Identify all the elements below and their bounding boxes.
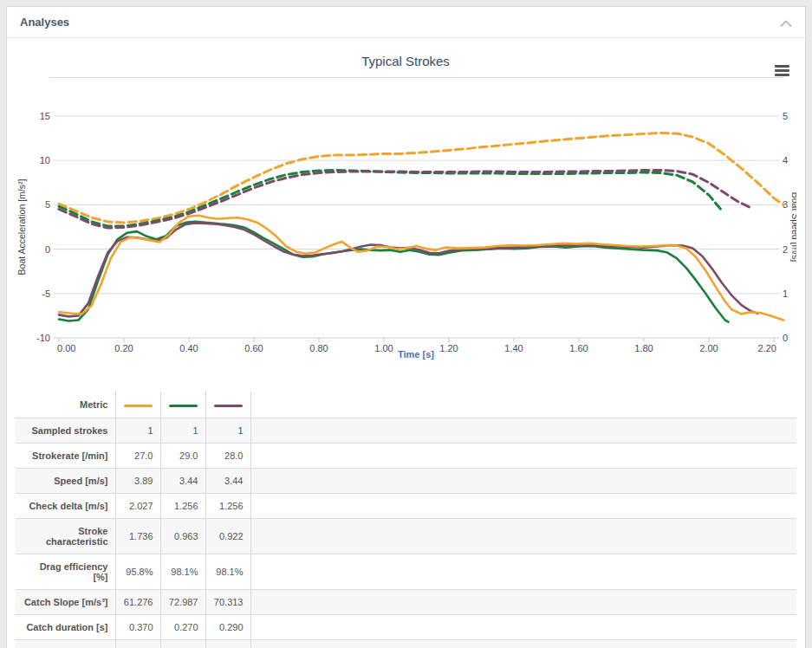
metric-value-cell: 98.1%: [160, 554, 205, 590]
x-axis-tick-label: 2.00: [699, 343, 718, 353]
metrics-table: Metric Sampled strokes111Strokerate [/mi…: [16, 392, 796, 648]
metric-value-cell: 1: [160, 418, 205, 444]
metric-value-cell: 0.270: [160, 615, 205, 640]
row-label: Stroke characteristic: [16, 519, 115, 554]
x-axis-title: Time [s]: [398, 349, 434, 360]
metric-value-cell: 3.89: [115, 469, 160, 494]
left-axis-tick-label: 15: [40, 111, 50, 121]
chart-gridlines: [54, 116, 779, 338]
x-axis-tick-label: 1.00: [374, 343, 393, 353]
metric-value-cell: 95.8%: [115, 554, 160, 590]
filler-cell: [250, 444, 796, 469]
table-row: Drag efficiency [%]95.8%98.1%98.1%: [16, 554, 796, 590]
metric-value-cell: 70.313: [205, 590, 250, 615]
table-row: CommentClick to addClick to addClick to …: [16, 640, 796, 648]
x-axis-tick-label: 0.40: [179, 343, 198, 353]
row-label: Catch duration [s]: [16, 615, 115, 640]
table-header-row: Metric: [16, 392, 796, 418]
table-row: Stroke characteristic1.7360.9630.922: [16, 519, 796, 554]
typical-strokes-chart: Typical Strokes 1551045302-51-1000.000.2…: [16, 42, 796, 391]
chart-axes: 1551045302-51-1000.000.200.400.600.801.0…: [36, 111, 788, 353]
left-axis-tick-label: -10: [36, 333, 50, 343]
right-axis-tick-label: 5: [783, 111, 788, 121]
comment-cell[interactable]: Click to add: [115, 640, 160, 648]
row-label: Drag efficiency [%]: [16, 554, 115, 590]
table-row: Catch duration [s]0.3700.2700.290: [16, 615, 796, 640]
filler-cell: [250, 392, 796, 418]
left-axis-tick-label: -5: [42, 288, 50, 299]
metric-value-cell: 0.370: [115, 615, 160, 640]
stroke-1-color-swatch: [124, 405, 153, 407]
filler-cell: [250, 640, 796, 648]
left-axis-title: Boat Acceleration [m/s²]: [16, 178, 27, 275]
row-label: Catch Slope [m/s³]: [16, 590, 115, 615]
stroke-3-swatch-cell: [205, 392, 250, 418]
series-stroke-2-boat-acceleration: [59, 222, 729, 322]
metric-value-cell: 27.0: [115, 444, 160, 469]
table-row: Speed [m/s]3.893.443.44: [16, 469, 796, 494]
metric-value-cell: 0.963: [160, 519, 205, 554]
metric-value-cell: 28.0: [205, 444, 250, 469]
metric-header-label: Metric: [16, 392, 115, 418]
row-label: Sampled strokes: [16, 418, 115, 444]
table-row: Catch Slope [m/s³]61.27672.98770.313: [16, 590, 796, 615]
right-axis-title: Boat Speed [m/s]: [790, 192, 796, 262]
filler-cell: [250, 418, 796, 444]
metric-value-cell: 72.987: [160, 590, 205, 615]
table-row: Sampled strokes111: [16, 418, 796, 444]
panel-title: Analyses: [20, 16, 69, 29]
metric-value-cell: 1.256: [160, 494, 205, 519]
right-axis-tick-label: 4: [783, 155, 788, 165]
metric-value-cell: 29.0: [160, 444, 205, 469]
x-axis-tick-label: 1.80: [634, 343, 653, 353]
metric-value-cell: 98.1%: [205, 554, 250, 590]
series-stroke-1-boat-acceleration: [59, 216, 783, 321]
left-axis-tick-label: 0: [45, 244, 50, 255]
series-stroke-1-boat-speed: [59, 133, 783, 223]
left-axis-tick-label: 10: [40, 155, 50, 165]
filler-cell: [250, 494, 796, 519]
row-label: Check delta [m/s]: [16, 494, 115, 519]
right-axis-tick-label: 0: [783, 333, 788, 343]
metrics-table-wrap: Metric Sampled strokes111Strokerate [/mi…: [16, 392, 796, 648]
hamburger-icon: [775, 65, 789, 76]
x-axis-tick-label: 0.00: [57, 343, 75, 353]
panel-header: Analyses: [7, 7, 805, 38]
right-axis-tick-label: 2: [783, 244, 788, 255]
x-axis-tick-label: 0.60: [244, 343, 263, 353]
stroke-2-swatch-cell: [160, 392, 205, 418]
filler-cell: [250, 615, 796, 640]
filler-cell: [250, 554, 796, 590]
filler-cell: [250, 590, 796, 615]
filler-cell: [250, 519, 796, 554]
row-label: Comment: [16, 640, 115, 648]
metric-value-cell: 0.922: [205, 519, 250, 554]
collapse-panel-button[interactable]: [780, 15, 792, 30]
table-row: Check delta [m/s]2.0271.2561.256: [16, 494, 796, 519]
metric-value-cell: 1: [115, 418, 160, 444]
stroke-3-color-swatch: [214, 405, 243, 407]
x-axis-tick-label: 2.20: [758, 343, 776, 353]
analyses-panel: Analyses Typical Strokes 1551045302-51-1…: [6, 6, 806, 648]
x-axis-tick-label: 0.20: [114, 343, 133, 353]
stroke-1-swatch-cell: [115, 392, 160, 418]
row-label: Strokerate [/min]: [16, 444, 115, 469]
metric-value-cell: 0.290: [205, 615, 250, 640]
metric-value-cell: 1.736: [115, 519, 160, 554]
chart-context-menu-button[interactable]: [775, 65, 789, 76]
x-axis-tick-label: 0.80: [309, 343, 328, 353]
metric-value-cell: 3.44: [205, 469, 250, 494]
chevron-up-icon: [780, 15, 792, 30]
left-axis-tick-label: 5: [45, 199, 50, 210]
metric-value-cell: 61.276: [115, 590, 160, 615]
metric-value-cell: 1: [205, 418, 250, 444]
x-axis-tick-label: 1.20: [439, 343, 458, 353]
metric-value-cell: 2.027: [115, 494, 160, 519]
comment-cell[interactable]: Click to add: [160, 640, 205, 648]
x-axis-tick-label: 1.40: [504, 343, 523, 353]
metric-value-cell: 3.44: [160, 469, 205, 494]
comment-cell[interactable]: Click to add: [205, 640, 250, 648]
filler-cell: [250, 469, 796, 494]
stroke-2-color-swatch: [169, 405, 198, 407]
x-axis-tick-label: 1.60: [569, 343, 588, 353]
